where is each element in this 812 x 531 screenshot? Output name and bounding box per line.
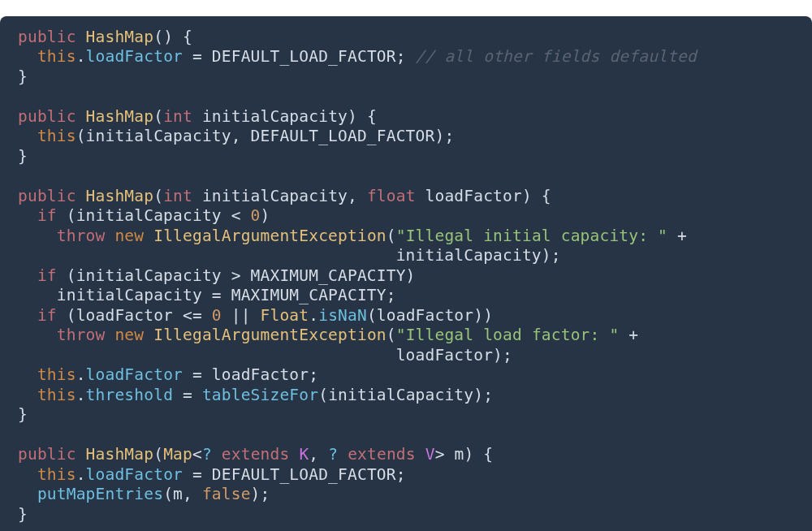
brace-close: } [18, 405, 28, 424]
code-line: public HashMap(int initialCapacity) { [18, 107, 377, 126]
call: (initialCapacity); [318, 386, 493, 404]
punct: = [173, 386, 202, 404]
code-line: initialCapacity = MAXIMUM_CAPACITY; [18, 286, 396, 304]
code-line: public HashMap(Map<? extends K, ? extend… [18, 445, 493, 464]
code-line: public HashMap(int initialCapacity, floa… [18, 187, 551, 205]
cond: (loadFactor <= [57, 306, 212, 325]
punct: , [309, 445, 328, 464]
cond: (loadFactor)) [367, 306, 493, 325]
keyword-if: if [37, 266, 57, 285]
keyword-if: if [37, 306, 57, 325]
code-line: if (initialCapacity > MAXIMUM_CAPACITY) [18, 266, 416, 285]
keyword-new: new [114, 326, 144, 344]
type-map: Map [163, 445, 192, 464]
code-line: this.loadFactor = loadFactor; [18, 365, 318, 384]
expr: initialCapacity); [396, 246, 561, 265]
code-line: throw new IllegalArgumentException("Ille… [18, 227, 687, 245]
keyword-public: public [18, 28, 76, 46]
code-line: throw new IllegalArgumentException("Ille… [18, 326, 638, 344]
literal-false: false [202, 485, 251, 503]
code-line: } [18, 405, 28, 424]
keyword-this: this [37, 386, 76, 404]
code-line: public HashMap() { [18, 28, 192, 46]
number-zero: 0 [251, 206, 261, 225]
typeparam-v: V [425, 445, 435, 464]
punct: . [76, 365, 86, 384]
code-line: this.loadFactor = DEFAULT_LOAD_FACTOR; [18, 465, 406, 484]
typeparam-k: K [299, 445, 309, 464]
keyword-this: this [37, 127, 76, 145]
code-line: if (initialCapacity < 0) [18, 206, 270, 225]
code-line: initialCapacity); [18, 246, 561, 265]
wildcard: ? [328, 445, 338, 464]
cond: ) [261, 206, 270, 225]
punct: () { [153, 28, 192, 46]
op-or: || [222, 306, 261, 325]
stmt: = DEFAULT_LOAD_FACTOR; [183, 465, 406, 484]
punct: . [76, 386, 86, 404]
punct: . [309, 306, 318, 325]
code-line: loadFactor); [18, 346, 512, 365]
string-literal: "Illegal load factor: " [396, 326, 620, 344]
code-line: this.loadFactor = DEFAULT_LOAD_FACTOR; /… [18, 47, 697, 66]
expr: loadFactor); [396, 346, 512, 365]
punct: initialCapacity, [192, 187, 367, 205]
keyword-float: float [367, 187, 416, 205]
keyword-int: int [163, 187, 192, 205]
param: loadFactor) { [416, 187, 551, 205]
type-float: Float [261, 306, 309, 325]
const-default-load-factor: DEFAULT_LOAD_FACTOR [212, 47, 396, 66]
keyword-int: int [163, 107, 192, 126]
keyword-throw: throw [57, 326, 106, 344]
type-exception: IllegalArgumentException [153, 227, 387, 245]
wildcard: ? [202, 445, 212, 464]
keyword-public: public [18, 187, 76, 205]
string-literal: "Illegal initial capacity: " [396, 227, 667, 245]
number-zero: 0 [212, 306, 222, 325]
code-line: } [18, 147, 28, 166]
type-hashmap: HashMap [86, 107, 154, 126]
method-putmapentries: putMapEntries [37, 485, 163, 503]
brace-close: } [18, 67, 28, 86]
code-line: this(initialCapacity, DEFAULT_LOAD_FACTO… [18, 127, 454, 145]
keyword-extends: extends [348, 445, 416, 464]
brace-close: } [18, 147, 28, 166]
method-tablesizefor: tableSizeFor [202, 386, 318, 404]
call: (initialCapacity, DEFAULT_LOAD_FACTOR); [76, 127, 455, 145]
keyword-public: public [18, 445, 76, 464]
field-loadfactor: loadFactor [86, 465, 183, 484]
field-loadfactor: loadFactor [86, 365, 183, 384]
punct: ; [396, 47, 406, 66]
param: initialCapacity) { [192, 107, 377, 126]
comment: // all other fields defaulted [406, 47, 697, 66]
type-hashmap: HashMap [86, 445, 154, 464]
keyword-new: new [114, 227, 144, 245]
punct: ( [153, 107, 163, 126]
punct: ( [153, 187, 163, 205]
type-exception: IllegalArgumentException [153, 326, 387, 344]
cond: (initialCapacity > MAXIMUM_CAPACITY) [57, 266, 416, 285]
keyword-throw: throw [57, 227, 106, 245]
code-line: this.threshold = tableSizeFor(initialCap… [18, 386, 493, 404]
keyword-if: if [37, 206, 57, 225]
field-threshold: threshold [86, 386, 173, 404]
stmt: = loadFactor; [183, 365, 318, 384]
punct: = [183, 47, 212, 66]
cond: (initialCapacity < [57, 206, 251, 225]
type-hashmap: HashMap [86, 28, 154, 46]
code-block: public HashMap() { this.loadFactor = DEF… [0, 16, 812, 532]
type-hashmap: HashMap [86, 187, 154, 205]
stmt: initialCapacity = MAXIMUM_CAPACITY; [57, 286, 396, 304]
punct: . [76, 47, 86, 66]
code-line: putMapEntries(m, false); [18, 485, 270, 503]
args: ); [251, 485, 270, 503]
keyword-extends: extends [222, 445, 290, 464]
punct: ( [387, 227, 396, 245]
keyword-public: public [18, 107, 76, 126]
param: m) { [445, 445, 494, 464]
punct: + [619, 326, 638, 344]
punct: . [76, 465, 86, 484]
punct: > [435, 445, 445, 464]
args: (m, [163, 485, 202, 503]
field-loadfactor: loadFactor [86, 47, 183, 66]
